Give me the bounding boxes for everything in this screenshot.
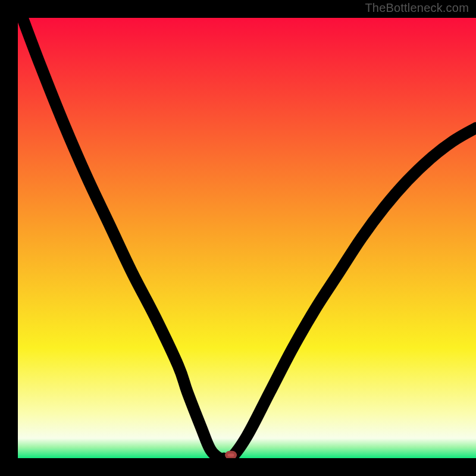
chart-frame [18, 18, 476, 458]
chart-background [18, 18, 476, 458]
chart-svg [18, 18, 476, 458]
current-point-marker [226, 452, 235, 458]
watermark-text: TheBottleneck.com [365, 1, 469, 15]
